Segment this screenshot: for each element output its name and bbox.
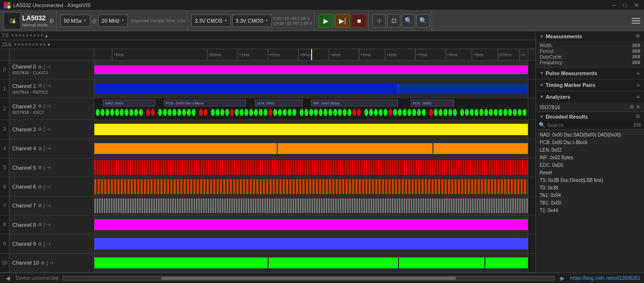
device-logo xyxy=(4,12,21,29)
ch2-wave-icon[interactable]: ∫ xyxy=(43,103,45,109)
ch10-trigger-icon[interactable]: ⊣ xyxy=(49,260,53,266)
close-button[interactable]: ✕ xyxy=(633,1,640,9)
ch6-trigger-icon[interactable]: ⊣ xyxy=(46,184,51,189)
frequency-select[interactable]: 20 MHz ▼ xyxy=(98,15,128,27)
ch1-gear-icon[interactable]: ⚙ xyxy=(38,83,42,88)
search-input[interactable] xyxy=(547,122,631,128)
svg-point-13 xyxy=(139,109,143,116)
zoom-out-button[interactable]: 🔍 xyxy=(416,14,430,27)
analyzers-add-icon[interactable]: + xyxy=(636,93,640,101)
ch-wave-7 xyxy=(94,197,528,215)
minimize-button[interactable]: ─ xyxy=(610,1,618,9)
ch7-wave-icon[interactable]: ∫ xyxy=(43,203,45,208)
svg-point-35 xyxy=(254,109,258,116)
svg-point-25 xyxy=(204,109,208,116)
measurements-header[interactable]: ▼ Measurements ⚙ xyxy=(536,31,644,41)
ch9-wave-icon[interactable]: ∫ xyxy=(43,241,45,247)
timeline-ruler: +9ms 260ms +1ms +2ms +3ms +4ms +5ms +6ms… xyxy=(94,49,528,60)
measure-tool-button[interactable]: ⊡ xyxy=(387,14,400,27)
ch8-gear-icon[interactable]: ⚙ xyxy=(38,222,42,227)
horizontal-scrollbar[interactable] xyxy=(62,276,555,281)
analyzer-remove-icon[interactable]: ✕ xyxy=(636,104,640,110)
svg-point-81 xyxy=(484,109,488,116)
scroll-left-arrow[interactable]: ◀ xyxy=(4,275,12,282)
timing-add-icon[interactable]: + xyxy=(636,81,640,89)
ch6-wave-icon[interactable]: ∫ xyxy=(43,184,45,189)
ch-wave-10 xyxy=(94,254,528,272)
scroll-right-arrow[interactable]: ▶ xyxy=(559,275,567,282)
measurements-gear-icon[interactable]: ⚙ xyxy=(636,33,640,39)
stop-button[interactable]: ■ xyxy=(351,14,366,27)
ch-range-15-8: 15:8 × × × × × × × × × ▼ xyxy=(2,42,51,47)
ch3-wave-icon[interactable]: ∫ xyxy=(43,127,45,132)
svg-point-76 xyxy=(460,109,464,116)
scrollbar-thumb[interactable] xyxy=(161,277,456,280)
decode-bits-svg: // dots pattern xyxy=(95,106,527,119)
timeline-label-col xyxy=(9,49,94,60)
analyzer-gear-icon[interactable]: ⚙ xyxy=(629,104,634,110)
ch9-trigger-icon[interactable]: ⊣ xyxy=(46,241,51,247)
decoded-item: PCB: 0x00 Dsc:I-Block xyxy=(540,139,640,146)
voltage2-select[interactable]: 3.3V CMOS ▼ xyxy=(232,15,272,27)
wave-bar-8 xyxy=(94,219,528,230)
ch5-wave-icon[interactable]: ∫ xyxy=(43,165,45,170)
wave-bar-1b xyxy=(398,84,528,93)
timeline-header: +9ms 260ms +1ms +2ms +3ms +4ms +5ms +6ms… xyxy=(0,49,535,60)
ch-nav-dn[interactable]: ▼ xyxy=(47,42,51,47)
zoom-in-button[interactable]: 🔍 xyxy=(402,14,415,27)
svg-point-75 xyxy=(453,109,457,116)
decode-nad: NAD: 0x00 xyxy=(103,100,155,106)
svg-point-39 xyxy=(273,109,277,116)
ch-name-1: Channel 1 xyxy=(12,83,36,89)
ch0-trigger-icon[interactable]: ⊣ xyxy=(46,64,51,69)
ch2-trigger-icon[interactable]: ⊣ xyxy=(46,103,51,109)
ch8-trigger-icon[interactable]: ⊣ xyxy=(46,222,51,227)
maximize-button[interactable]: □ xyxy=(621,1,629,9)
device-name: LA5032 xyxy=(22,14,48,22)
cursor-tool-button[interactable]: ⊹ xyxy=(373,14,386,27)
ch1-trigger-icon[interactable]: ⊣ xyxy=(46,83,51,88)
ch4-wave-icon[interactable]: ∫ xyxy=(43,146,45,151)
analyzers-header[interactable]: ▼ Analyzers + xyxy=(536,91,644,103)
svg-point-10 xyxy=(125,109,128,116)
ch5-gear-icon[interactable]: ⚙ xyxy=(38,165,42,170)
svg-point-24 xyxy=(199,109,203,116)
run-button[interactable]: ▶ xyxy=(318,14,333,27)
voltage1-select[interactable]: 3.3V CMOS ▼ xyxy=(191,15,231,27)
svg-point-60 xyxy=(379,109,382,116)
svg-point-15 xyxy=(151,109,155,116)
ch5-trigger-icon[interactable]: ⊣ xyxy=(46,165,51,170)
ch4-trigger-icon[interactable]: ⊣ xyxy=(46,146,51,151)
sample-rate-select[interactable]: 50 MSa ▼ xyxy=(60,15,90,27)
ch4-gear-icon[interactable]: ⚙ xyxy=(38,146,42,151)
single-button[interactable]: ▶| xyxy=(335,14,350,27)
ch-name-3: Channel 3 xyxy=(12,127,36,132)
pulse-measurements-header[interactable]: ▼ Pulse Measurements + xyxy=(536,68,644,79)
ch2-gear-icon[interactable]: ⚙ xyxy=(38,103,42,109)
ch0-wave-icon[interactable]: ∫ xyxy=(43,64,45,69)
ch3-trigger-icon[interactable]: ⊣ xyxy=(46,127,51,132)
decoded-gear-icon[interactable]: ⚙ xyxy=(636,113,640,120)
meas-duty-label: DutyCycle: xyxy=(540,54,628,60)
ch9-gear-icon[interactable]: ⚙ xyxy=(38,241,42,247)
ch-nav-0 xyxy=(528,60,535,79)
device-section: LA5032 Normal Mode ⚙ xyxy=(2,10,57,31)
ch10-wave-icon[interactable]: ∫ xyxy=(46,260,48,266)
ch7-trigger-icon[interactable]: ⊣ xyxy=(46,203,51,208)
timing-markers-header[interactable]: ▼ Timing Marker Pairs + xyxy=(536,79,644,91)
ch7-gear-icon[interactable]: ⚙ xyxy=(38,203,42,208)
menu-button[interactable] xyxy=(630,16,642,26)
ch3-gear-icon[interactable]: ⚙ xyxy=(38,127,42,132)
svg-point-79 xyxy=(475,109,478,116)
ch1-wave-icon[interactable]: ∫ xyxy=(43,83,45,88)
svg-rect-1 xyxy=(8,2,10,5)
pulse-add-icon[interactable]: + xyxy=(636,69,640,77)
ch0-gear-icon[interactable]: ⚙ xyxy=(38,64,42,69)
ch8-wave-icon[interactable]: ∫ xyxy=(43,222,45,227)
ruler-tick-9: +7ms xyxy=(415,49,427,60)
ch10-gear-icon[interactable]: ⚙ xyxy=(41,260,45,266)
ch-nav-up[interactable]: ▲ xyxy=(44,33,49,38)
svg-point-84 xyxy=(499,109,502,116)
device-gear-icon[interactable]: ⚙ xyxy=(49,17,54,24)
ch6-gear-icon[interactable]: ⚙ xyxy=(38,184,42,189)
